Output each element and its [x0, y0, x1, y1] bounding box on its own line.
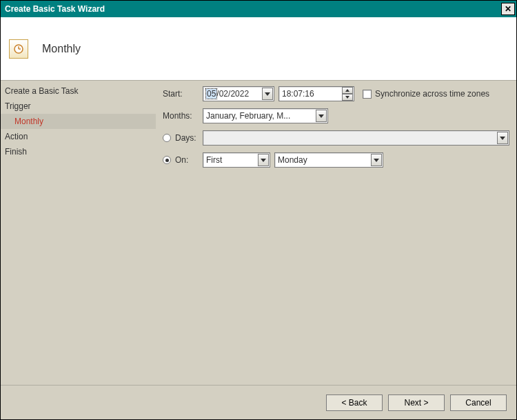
wizard-body: Create a Basic Task Trigger Monthly Acti…	[1, 81, 516, 385]
sidebar-item-monthly[interactable]: Monthly	[1, 114, 156, 129]
months-row: Months: January, February, M...	[163, 108, 509, 123]
days-label: Days:	[175, 133, 203, 143]
time-value: 18:07:16	[282, 89, 314, 99]
on-radio[interactable]	[163, 156, 171, 164]
date-rest: /02/2022	[216, 89, 249, 99]
on-day-dropdown-button[interactable]	[371, 154, 382, 166]
months-label: Months:	[163, 111, 203, 121]
start-label: Start:	[163, 89, 203, 99]
days-dropdown-button[interactable]	[497, 132, 508, 144]
start-time-input[interactable]: 18:07:16	[278, 86, 354, 101]
page-title: Monthly	[42, 43, 81, 55]
on-day-select[interactable]: Monday	[274, 152, 383, 168]
sidebar-item-finish[interactable]: Finish	[1, 144, 156, 159]
close-icon: ✕	[505, 4, 511, 14]
date-dropdown-button[interactable]	[262, 88, 273, 100]
time-up-button[interactable]	[342, 87, 353, 94]
start-row: Start: 05/02/2022 18:07:16 Synchronize a…	[163, 86, 509, 101]
sidebar-item-trigger[interactable]: Trigger	[1, 99, 156, 114]
wizard-header: Monthly	[1, 17, 516, 81]
days-row: Days:	[163, 130, 509, 146]
wizard-main: Start: 05/02/2022 18:07:16 Synchronize a…	[156, 81, 516, 385]
on-label: On:	[175, 155, 203, 165]
time-spinner[interactable]	[342, 87, 353, 101]
months-dropdown-button[interactable]	[316, 110, 327, 122]
date-selected-part: 05	[206, 89, 216, 99]
days-select[interactable]	[203, 130, 509, 146]
on-row: On: First Monday	[163, 152, 509, 168]
sidebar-item-create-task[interactable]: Create a Basic Task	[1, 83, 156, 99]
sidebar-item-action[interactable]: Action	[1, 129, 156, 144]
cancel-button[interactable]: Cancel	[450, 394, 507, 411]
on-ordinal-dropdown-button[interactable]	[258, 154, 269, 166]
on-ordinal-select[interactable]: First	[203, 152, 270, 168]
sync-timezones-checkbox[interactable]	[363, 90, 372, 99]
wizard-sidebar: Create a Basic Task Trigger Monthly Acti…	[1, 81, 156, 385]
days-radio[interactable]	[163, 134, 171, 142]
months-select[interactable]: January, February, M...	[203, 108, 328, 123]
window-title: Create Basic Task Wizard	[5, 4, 501, 14]
on-day-value: Monday	[278, 155, 307, 165]
wizard-window: Create Basic Task Wizard ✕ Monthly Creat…	[0, 0, 517, 420]
close-button[interactable]: ✕	[501, 3, 515, 15]
clock-calendar-icon	[9, 39, 28, 59]
sync-timezones-label: Synchronize across time zones	[375, 89, 489, 99]
time-down-button[interactable]	[342, 94, 353, 101]
titlebar: Create Basic Task Wizard ✕	[1, 1, 516, 17]
months-value: January, February, M...	[206, 111, 290, 121]
wizard-footer: < Back Next > Cancel	[1, 385, 516, 419]
back-button[interactable]: < Back	[326, 394, 383, 411]
on-ordinal-value: First	[206, 155, 222, 165]
next-button[interactable]: Next >	[388, 394, 445, 411]
start-date-input[interactable]: 05/02/2022	[203, 86, 274, 101]
